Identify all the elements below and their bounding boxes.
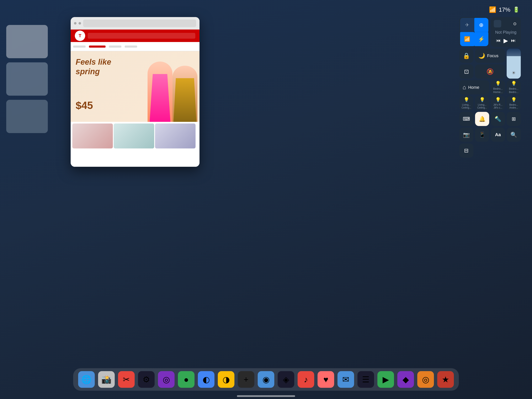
notification-button[interactable]: 🔔 [475, 112, 489, 126]
keyboard-backlight-button[interactable]: ⌨ [459, 112, 473, 126]
app-card-1[interactable] [6, 25, 48, 58]
lock-mirror-col: 🔒 ⊡ [459, 49, 473, 79]
target-header: T [71, 30, 200, 42]
dock-app-6[interactable]: ◑ [218, 371, 234, 388]
person1-dress [150, 74, 171, 122]
cc-row-5: ⌨ 🔔 🔦 ⊞ [459, 112, 522, 126]
light2-label: Living...Ceiling... [477, 103, 487, 109]
app-card-3[interactable] [6, 100, 48, 133]
brightness-slider[interactable]: ☀ [507, 49, 521, 79]
flashlight-button[interactable]: 🔦 [491, 112, 505, 126]
bluetooth-button[interactable]: ⚡ [474, 32, 488, 46]
connectivity-group[interactable]: ✈ ⊕ 📶 ⚡ [459, 17, 489, 47]
magnifier-button[interactable]: 🔍 [507, 128, 521, 142]
light2-button[interactable]: 💡 Living...Ceiling... [475, 96, 489, 110]
dock-app-11[interactable]: ▶ [377, 371, 394, 388]
bedroom1-button[interactable]: 💡 Bedro...Home... [491, 80, 505, 94]
dock-app-14[interactable]: ★ [437, 371, 454, 388]
dock-app-photos[interactable]: 📸 [98, 371, 115, 388]
focus-button[interactable]: 🌙 Focus [475, 49, 505, 63]
np-art [494, 20, 501, 27]
camera-button[interactable]: 📷 [459, 128, 473, 142]
lock-rotation-icon: 🔒 [463, 52, 470, 59]
target-logo: T [75, 31, 85, 41]
light2-icon: 💡 [479, 97, 485, 103]
screen-mirror-button[interactable]: ⊡ [459, 64, 473, 79]
dock-app-2[interactable]: ⚙ [138, 371, 155, 388]
hero-price: $45 [76, 99, 93, 111]
screen-record-icon: ⊞ [512, 116, 516, 122]
mute-icon: 🔕 [487, 68, 494, 75]
remote-icon: 📱 [479, 132, 485, 138]
remote-button[interactable]: 📱 [475, 128, 489, 142]
light4-button[interactable]: 💡 Bedro...Andre... [507, 96, 521, 110]
dock-app-12[interactable]: ◆ [397, 371, 414, 388]
screen-layout-button[interactable]: ⊟ [459, 143, 473, 158]
dock-app-7[interactable]: + [238, 371, 254, 388]
product-2[interactable] [114, 123, 154, 148]
target-nav [88, 33, 195, 39]
now-playing-title: Not Playing [494, 30, 518, 35]
light1-label: Living...Ceiling... [462, 103, 471, 109]
dock-app-4[interactable]: ● [178, 371, 195, 388]
magnifier-icon: 🔍 [510, 132, 517, 138]
browser-content: T Feels likespring $45 [71, 30, 200, 167]
dock-app-8[interactable]: ◉ [258, 371, 274, 388]
text-size-button[interactable]: Aa [491, 128, 505, 142]
moon-icon: 🌙 [478, 53, 485, 59]
cc-row-7: ⊟ [459, 143, 522, 158]
dock-app-music[interactable]: ♪ [298, 371, 314, 388]
control-center: ✈ ⊕ 📶 ⚡ ⊙ Not Playing ⏮ ▶ ⏭ [459, 17, 522, 158]
app-switcher-cards [6, 25, 48, 133]
dock-app-3[interactable]: ◎ [158, 371, 175, 388]
home-icon: ⌂ [462, 84, 466, 91]
light3-button[interactable]: 💡 Jill's R...Jill's c... [491, 96, 505, 110]
wifi-button[interactable]: 📶 [460, 32, 474, 46]
product-row [71, 122, 200, 150]
person1-body [147, 62, 172, 122]
bedroom1-icon: 💡 [495, 81, 501, 86]
np-header: ⊙ [494, 20, 518, 27]
home-label: Home [468, 85, 479, 90]
battery-percentage: 17% [499, 6, 510, 13]
now-playing-widget: ⊙ Not Playing ⏮ ▶ ⏭ [491, 17, 521, 47]
hotspot-button[interactable]: ⊕ [474, 18, 488, 32]
fast-forward-button[interactable]: ⏭ [509, 37, 517, 44]
play-button[interactable]: ▶ [504, 37, 508, 44]
status-bar: 📶 17% 🔋 [489, 6, 519, 13]
lock-rotation-button[interactable]: 🔒 [459, 49, 473, 63]
wifi-ctrl-icon: 📶 [464, 36, 470, 42]
home-indicator[interactable] [237, 395, 295, 397]
dock-app-mail[interactable]: ✉ [337, 371, 354, 388]
dock-app-1[interactable]: ✂ [118, 371, 135, 388]
screen-mirror-icon: ⊡ [464, 68, 469, 75]
dock: 🌐 📸 ✂ ⚙ ◎ ● ◐ ◑ + ◉ ◈ ♪ ♥ ✉ ☰ ▶ ◆ ◎ ★ [73, 368, 459, 391]
dock-app-13[interactable]: ◎ [417, 371, 434, 388]
person2-dress [173, 78, 196, 122]
bluetooth-icon: ⚡ [478, 36, 485, 42]
dock-app-10[interactable]: ☰ [357, 371, 374, 388]
dock-app-5[interactable]: ◐ [198, 371, 215, 388]
focus-label: Focus [487, 53, 498, 58]
dock-app-notes[interactable]: 🌐 [78, 371, 95, 388]
airplane-mode-button[interactable]: ✈ [460, 18, 474, 32]
product-3[interactable] [155, 123, 196, 148]
browser-bar [71, 17, 200, 30]
light1-button[interactable]: 💡 Living...Ceiling... [459, 96, 473, 110]
home-button[interactable]: ⌂ Home [459, 80, 489, 94]
light4-icon: 💡 [511, 97, 517, 103]
bedroom2-button[interactable]: 💡 Bedro...Bedro... [507, 80, 521, 94]
app-card-2[interactable] [6, 62, 48, 96]
main-app-card[interactable]: T Feels likespring $45 [71, 17, 200, 167]
screen-record-button[interactable]: ⊞ [507, 112, 521, 126]
screen-layout-icon: ⊟ [464, 148, 469, 154]
wifi-icon: 📶 [489, 6, 496, 13]
mute-button[interactable]: 🔕 [475, 64, 505, 79]
media-controls: ⏮ ▶ ⏭ [494, 37, 518, 44]
dock-app-health[interactable]: ♥ [317, 371, 334, 388]
airplay-button[interactable]: ⊙ [512, 21, 518, 27]
rewind-button[interactable]: ⏮ [494, 37, 502, 44]
url-bar[interactable] [83, 19, 196, 27]
dock-app-9[interactable]: ◈ [278, 371, 294, 388]
product-1[interactable] [72, 123, 113, 148]
